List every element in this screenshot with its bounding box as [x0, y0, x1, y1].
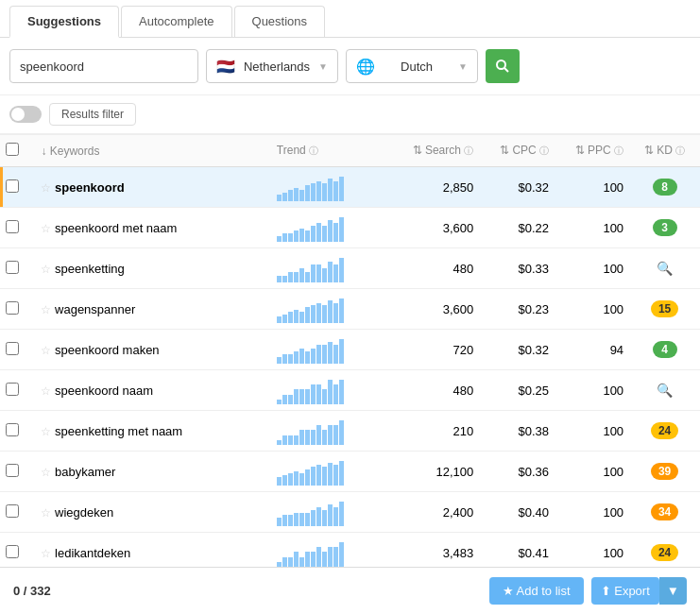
row-keyword-cell: ☆ speenkoord maken	[35, 330, 270, 370]
filter-toggle[interactable]	[9, 106, 42, 123]
row-cpc-cell: $0.38	[479, 411, 555, 452]
header-ppc[interactable]: ⇅ PPC ⓘ	[555, 135, 629, 167]
row-keyword-cell: ☆ speenkoord naam	[35, 370, 270, 411]
cpc-info-icon[interactable]: ⓘ	[539, 145, 549, 156]
table-row: ☆ babykamer 12,100$0.3610039	[0, 452, 700, 492]
row-trend-cell	[271, 533, 389, 568]
row-checkbox[interactable]	[6, 220, 19, 233]
star-icon[interactable]: ☆	[41, 181, 51, 195]
row-checkbox[interactable]	[6, 464, 19, 477]
keyword-text: speenkoord maken	[55, 343, 160, 357]
star-icon[interactable]: ☆	[41, 303, 51, 316]
row-trend-cell	[271, 411, 389, 452]
star-icon[interactable]: ☆	[41, 384, 51, 398]
header-cpc[interactable]: ⇅ CPC ⓘ	[479, 135, 555, 167]
row-ppc-cell: 100	[555, 492, 629, 533]
export-button[interactable]: ⬆ Export	[591, 577, 659, 605]
row-kd-cell: 4	[629, 330, 700, 370]
language-select[interactable]: 🌐 Dutch ▼	[346, 49, 478, 83]
result-count: 0 / 332	[13, 584, 51, 598]
star-icon[interactable]: ☆	[41, 263, 51, 276]
keyword-table: ↓ Keywords Trend ⓘ ⇅ Search ⓘ ⇅ CPC ⓘ	[0, 135, 700, 567]
row-keyword-cell: ☆ wiegdeken	[35, 492, 270, 533]
table-row: ☆ speenkoord met naam 3,600$0.221003	[0, 208, 700, 248]
star-icon[interactable]: ☆	[41, 425, 51, 438]
row-ppc-cell: 100	[555, 289, 629, 330]
row-ppc-cell: 100	[555, 370, 629, 411]
table-header-row: ↓ Keywords Trend ⓘ ⇅ Search ⓘ ⇅ CPC ⓘ	[0, 135, 700, 167]
keyword-table-container: ↓ Keywords Trend ⓘ ⇅ Search ⓘ ⇅ CPC ⓘ	[0, 134, 700, 567]
row-keyword-cell: ☆ speenkoord met naam	[35, 208, 270, 248]
kd-badge: 3	[653, 219, 677, 236]
ppc-info-icon[interactable]: ⓘ	[614, 145, 623, 156]
star-icon[interactable]: ☆	[41, 547, 51, 560]
row-checkbox[interactable]	[6, 342, 19, 355]
row-check-cell	[0, 167, 35, 208]
tab-questions[interactable]: Questions	[234, 6, 326, 37]
row-trend-cell	[271, 452, 389, 492]
row-checkbox[interactable]	[6, 179, 19, 193]
kd-badge: 24	[651, 544, 678, 561]
add-to-list-button[interactable]: ★ Add to list	[489, 577, 584, 605]
row-checkbox[interactable]	[6, 301, 19, 315]
search-bar: 🇳🇱 Netherlands ▼ 🌐 Dutch ▼	[0, 38, 700, 95]
row-kd-cell: 🔍	[629, 370, 700, 411]
search-input[interactable]	[9, 49, 198, 83]
row-kd-cell: 8	[629, 167, 700, 208]
search-button[interactable]	[486, 49, 520, 83]
star-icon[interactable]: ☆	[41, 344, 51, 357]
country-arrow-icon: ▼	[318, 61, 328, 72]
row-checkbox[interactable]	[6, 545, 19, 558]
table-row: ☆ speenkoord naam 480$0.25100🔍	[0, 370, 700, 411]
row-ppc-cell: 100	[555, 533, 629, 568]
header-keywords[interactable]: ↓ Keywords	[35, 135, 270, 167]
row-ppc-cell: 100	[555, 452, 629, 492]
table-body: ☆ speenkoord 2,850$0.321008 ☆ speenkoord…	[0, 167, 700, 568]
row-checkbox[interactable]	[6, 504, 19, 518]
results-filter-button[interactable]: Results filter	[49, 103, 136, 126]
row-search-cell: 480	[389, 248, 480, 289]
tab-autocomplete[interactable]: Autocomplete	[121, 6, 232, 37]
tab-suggestions[interactable]: Suggestions	[9, 6, 119, 38]
keyword-text: wagenspanner	[55, 302, 135, 316]
svg-point-0	[497, 60, 505, 69]
country-flag: 🇳🇱	[216, 58, 235, 76]
table-row: ☆ speenketting met naam 210$0.3810024	[0, 411, 700, 452]
row-keyword-cell: ☆ wagenspanner	[35, 289, 270, 330]
row-check-cell	[0, 411, 35, 452]
row-checkbox[interactable]	[6, 423, 19, 436]
row-checkbox[interactable]	[6, 261, 19, 274]
row-search-cell: 3,483	[389, 533, 480, 568]
kd-info-icon[interactable]: ⓘ	[675, 145, 685, 156]
row-search-cell: 12,100	[389, 452, 480, 492]
keyword-text: speenketting	[55, 262, 125, 276]
row-check-cell	[0, 452, 35, 492]
language-label: Dutch	[401, 60, 433, 74]
row-search-cell: 480	[389, 370, 480, 411]
export-dropdown-button[interactable]: ▼	[659, 577, 687, 605]
row-kd-cell: 3	[629, 208, 700, 248]
header-search[interactable]: ⇅ Search ⓘ	[389, 135, 480, 167]
country-select[interactable]: 🇳🇱 Netherlands ▼	[206, 49, 338, 83]
row-checkbox[interactable]	[6, 383, 19, 396]
row-cpc-cell: $0.23	[479, 289, 555, 330]
search-info-icon[interactable]: ⓘ	[464, 145, 473, 156]
row-trend-cell	[271, 167, 389, 208]
select-all-checkbox[interactable]	[6, 143, 19, 156]
keyword-text: wiegdeken	[55, 505, 113, 520]
row-trend-cell	[271, 370, 389, 411]
star-icon[interactable]: ☆	[41, 222, 51, 235]
header-kd[interactable]: ⇅ KD ⓘ	[629, 135, 700, 167]
row-trend-cell	[271, 492, 389, 533]
table-row: ☆ speenkoord 2,850$0.321008	[0, 167, 700, 208]
trend-info-icon[interactable]: ⓘ	[309, 145, 318, 156]
row-search-cell: 3,600	[389, 208, 480, 248]
star-icon[interactable]: ☆	[41, 506, 51, 520]
star-icon[interactable]: ☆	[41, 466, 51, 479]
table-row: ☆ speenkoord maken 720$0.32944	[0, 330, 700, 370]
keyword-text: ledikantdeken	[55, 546, 130, 560]
row-check-cell	[0, 208, 35, 248]
kd-badge: 8	[653, 179, 677, 196]
row-check-cell	[0, 289, 35, 330]
row-check-cell	[0, 492, 35, 533]
